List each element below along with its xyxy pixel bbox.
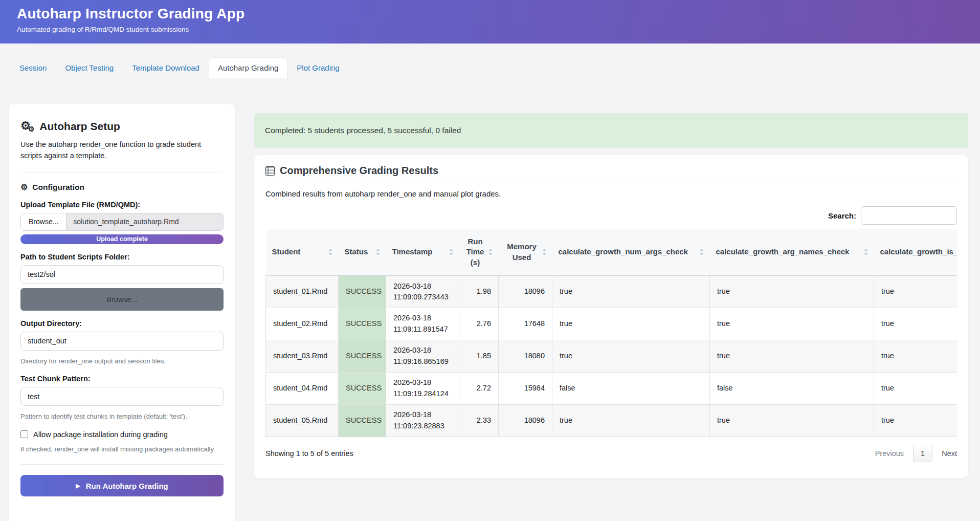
page-title: Autoharp Instructor Grading App (17, 6, 980, 22)
table-cell: 2.76 (459, 308, 499, 340)
table-row: student_05.RmdSUCCESS2026-03-18 11:09:23… (266, 404, 957, 437)
configuration-heading: ⚙ Configuration (20, 183, 224, 192)
test-chunk-pattern-label: Test Chunk Pattern: (20, 375, 224, 383)
allow-packages-help: If checked, render_one will install miss… (20, 444, 224, 454)
tab-bar: SessionObject TestingTemplate DownloadAu… (0, 44, 980, 78)
table-cell: true (710, 404, 874, 437)
column-header-calculate-growth-num-args-check[interactable]: calculate_growth_num_args_check (552, 229, 710, 275)
table-cell: 1.98 (459, 275, 499, 308)
allow-packages-checkbox[interactable] (20, 430, 28, 438)
results-card: Comprehensive Grading Results Combined r… (254, 155, 968, 479)
page-subtitle: Automated grading of R/Rmd/QMD student s… (17, 26, 980, 33)
column-header-status[interactable]: Status (339, 229, 386, 275)
app-header: Autoharp Instructor Grading App Automate… (0, 0, 980, 44)
table-cell: 2026-03-18 11:09:09.273443 (386, 275, 459, 308)
upload-template-label: Upload Template File (RMD/QMD): (20, 201, 224, 209)
table-cell: 2026-03-18 11:09:11.891547 (386, 308, 459, 340)
sort-icon (328, 249, 332, 255)
table-cell: true (552, 275, 710, 308)
run-button-label: Run Autoharp Grading (86, 482, 168, 490)
table-cell: true (874, 275, 957, 308)
search-row: Search: (265, 206, 957, 225)
table-cell: 15984 (499, 372, 552, 404)
completed-status-alert: Completed: 5 students processed, 5 succe… (254, 113, 968, 148)
results-title-text: Comprehensive Grading Results (280, 165, 438, 177)
panel-title: ⚙⚙ Autoharp Setup (20, 120, 224, 133)
uploaded-file-name: solution_template_autoharp.Rmd (66, 213, 185, 230)
folder-browse-button[interactable]: Browse... (20, 288, 224, 311)
tab-object-testing[interactable]: Object Testing (56, 57, 123, 78)
column-header-calculate-growth-is[interactable]: calculate_growth_is_ (874, 229, 957, 275)
column-header-timestamp[interactable]: Timestamp (386, 229, 459, 275)
previous-page-button[interactable]: Previous (875, 449, 904, 458)
table-cell: true (710, 340, 874, 372)
divider (265, 182, 957, 182)
upload-progress-bar: Upload complete (20, 234, 224, 244)
table-icon (265, 166, 275, 176)
main-panel: Completed: 5 students processed, 5 succe… (254, 78, 968, 479)
results-title: Comprehensive Grading Results (265, 164, 957, 182)
panel-description: Use the autoharp render_one function to … (20, 139, 224, 162)
upload-progress-text: Upload complete (96, 235, 148, 243)
table-cell: student_02.Rmd (266, 308, 339, 340)
tab-template-download[interactable]: Template Download (123, 57, 209, 78)
template-file-input[interactable]: Browse... solution_template_autoharp.Rmd (20, 213, 224, 231)
search-input[interactable] (861, 206, 957, 225)
status-cell: SUCCESS (339, 308, 386, 340)
table-cell: 18096 (499, 275, 552, 308)
table-cell: true (874, 340, 957, 372)
scripts-folder-input[interactable] (20, 265, 224, 284)
table-cell: 2026-03-18 11:09:23.82883 (386, 404, 459, 437)
column-header-run-time-s[interactable]: Run Time (s) (459, 229, 499, 275)
table-cell: true (552, 340, 710, 372)
tab-session[interactable]: Session (10, 57, 56, 78)
pagination: Previous 1 Next (875, 445, 957, 462)
run-autoharp-grading-button[interactable]: ▶ Run Autoharp Grading (20, 475, 224, 496)
table-row: student_04.RmdSUCCESS2026-03-18 11:09:19… (266, 372, 957, 404)
status-cell: SUCCESS (339, 275, 386, 308)
file-browse-button[interactable]: Browse... (21, 213, 66, 230)
table-row: student_01.RmdSUCCESS2026-03-18 11:09:09… (266, 275, 957, 308)
allow-packages-label: Allow package installation during gradin… (33, 430, 168, 439)
divider (20, 464, 224, 465)
status-cell: SUCCESS (339, 404, 386, 437)
results-table: StudentStatusTimestampRun Time (s)Memory… (265, 229, 957, 437)
status-cell: SUCCESS (339, 340, 386, 372)
page-1-button[interactable]: 1 (913, 445, 932, 462)
table-row: student_02.RmdSUCCESS2026-03-18 11:09:11… (266, 308, 957, 340)
output-directory-help: Directory for render_one output and sess… (20, 356, 224, 366)
table-cell: student_03.Rmd (266, 340, 339, 372)
test-chunk-pattern-input[interactable] (20, 387, 224, 406)
table-cell: 18080 (499, 340, 552, 372)
allow-packages-row[interactable]: Allow package installation during gradin… (20, 430, 224, 439)
table-cell: 2.33 (459, 404, 499, 437)
column-header-calculate-growth-arg-names-check[interactable]: calculate_growth_arg_names_check (710, 229, 874, 275)
sort-icon (376, 249, 380, 255)
content-area: ⚙⚙ Autoharp Setup Use the autoharp rende… (0, 78, 980, 521)
table-cell: false (710, 372, 874, 404)
gears-icon: ⚙⚙ (20, 120, 34, 133)
table-cell: true (874, 404, 957, 437)
play-icon: ▶ (76, 483, 80, 489)
table-cell: 2026-03-18 11:09:16.865169 (386, 340, 459, 372)
table-cell: 2026-03-18 11:09:19.284124 (386, 372, 459, 404)
panel-title-text: Autoharp Setup (39, 120, 120, 133)
output-directory-input[interactable] (20, 332, 224, 351)
gear-icon: ⚙ (20, 183, 28, 191)
column-header-memory-used[interactable]: Memory Used (499, 229, 552, 275)
table-cell: true (874, 308, 957, 340)
search-label: Search: (828, 211, 856, 220)
table-cell: student_05.Rmd (266, 404, 339, 437)
autoharp-setup-panel: ⚙⚙ Autoharp Setup Use the autoharp rende… (9, 104, 235, 521)
column-header-student[interactable]: Student (266, 229, 339, 275)
table-row: student_03.RmdSUCCESS2026-03-18 11:09:16… (266, 340, 957, 372)
table-cell: true (552, 308, 710, 340)
tab-plot-grading[interactable]: Plot Grading (287, 57, 348, 78)
next-page-button[interactable]: Next (942, 449, 957, 458)
sort-icon (700, 249, 704, 255)
table-cell: 18096 (499, 404, 552, 437)
table-footer: Showing 1 to 5 of 5 entries Previous 1 N… (265, 445, 957, 462)
table-cell: 1.85 (459, 340, 499, 372)
tab-autoharp-grading[interactable]: Autoharp Grading (209, 57, 287, 78)
table-cell: student_01.Rmd (266, 275, 339, 308)
